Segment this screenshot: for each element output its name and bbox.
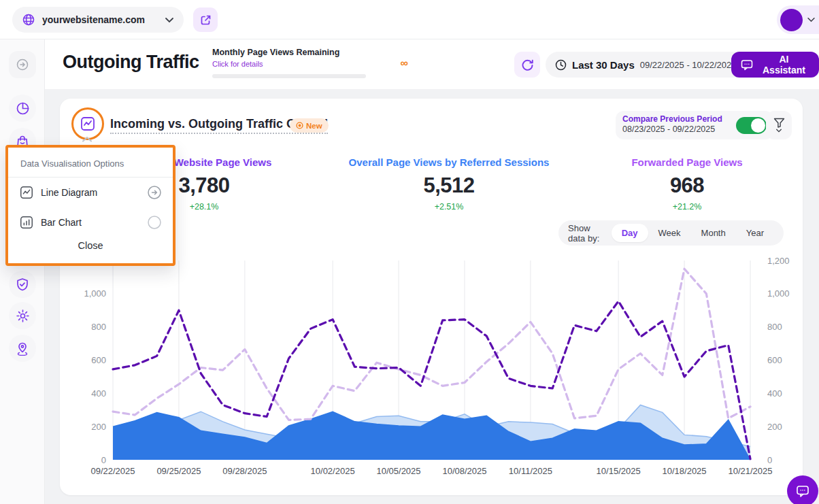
chart-svg: 09/22/202509/25/202509/28/202510/02/2025… — [60, 252, 803, 486]
refresh-button[interactable] — [514, 52, 540, 78]
svg-text:10/21/2025: 10/21/2025 — [728, 466, 772, 476]
metric-label: Forwarded Page Views — [599, 156, 775, 168]
infinity-icon: ∞ — [401, 57, 408, 69]
metric-value: 5,512 — [327, 173, 571, 198]
show-data-by-control: Show data by: Day Week Month Year — [558, 220, 784, 246]
svg-text:1,000: 1,000 — [767, 288, 790, 299]
monthly-quota-title: Monthly Page Views Remaining — [212, 48, 375, 57]
funnel-icon — [773, 118, 785, 128]
svg-text:0: 0 — [101, 455, 106, 465]
new-badge: New — [290, 118, 329, 133]
open-website-button[interactable] — [193, 7, 218, 32]
dot-icon — [296, 122, 303, 129]
avatar — [780, 9, 803, 31]
filter-button[interactable] — [766, 111, 792, 139]
compare-toggle[interactable] — [736, 117, 767, 134]
svg-text:200: 200 — [91, 422, 106, 432]
arrow-right-circle-icon — [16, 58, 29, 71]
svg-text:09/25/2025: 09/25/2025 — [156, 466, 201, 476]
chevron-down-icon — [775, 129, 782, 133]
metric-referred-sessions-page-views: Overall Page Views by Referred Sessions … — [327, 156, 571, 212]
radio-unselected-icon[interactable] — [147, 215, 162, 230]
bar-chart-icon — [19, 215, 34, 230]
segment-week[interactable]: Week — [648, 224, 691, 242]
svg-text:600: 600 — [767, 355, 782, 365]
new-badge-label: New — [306, 122, 322, 130]
option-label: Line Diagram — [41, 187, 97, 198]
svg-text:200: 200 — [767, 422, 782, 432]
metric-value: 968 — [599, 173, 775, 198]
date-range: 09/22/2025 - 10/22/2025 — [640, 60, 737, 70]
sidebar — [0, 39, 45, 504]
traffic-chart[interactable]: 09/22/202509/25/202509/28/202510/02/2025… — [60, 252, 803, 486]
svg-text:800: 800 — [91, 322, 106, 332]
chat-icon — [741, 59, 753, 71]
svg-text:400: 400 — [91, 388, 106, 399]
line-chart-icon — [80, 116, 96, 132]
chevron-up-icon — [82, 136, 93, 142]
segment-day[interactable]: Day — [612, 224, 648, 242]
option-bar-chart[interactable]: Bar Chart — [8, 207, 173, 237]
svg-text:400: 400 — [767, 388, 782, 399]
location-pin-icon — [16, 341, 29, 356]
arrow-right-circle-icon[interactable] — [147, 185, 162, 200]
svg-text:1,000: 1,000 — [84, 288, 106, 299]
ai-assistant-button[interactable]: AI Assistant — [731, 52, 819, 78]
shield-check-icon — [16, 278, 29, 292]
svg-text:10/08/2025: 10/08/2025 — [442, 466, 486, 476]
metric-label: Overall Page Views by Referred Sessions — [327, 156, 571, 168]
svg-text:800: 800 — [767, 322, 782, 332]
clock-icon — [555, 59, 567, 71]
chevron-down-icon — [165, 17, 174, 23]
svg-text:600: 600 — [91, 355, 106, 365]
gear-icon — [16, 309, 30, 323]
line-chart-icon — [19, 185, 34, 200]
popup-close-button[interactable]: Close — [78, 240, 103, 251]
chart-type-button[interactable] — [71, 107, 104, 140]
svg-text:10/15/2025: 10/15/2025 — [597, 466, 641, 476]
sidebar-collapse-button[interactable] — [9, 51, 36, 78]
segment-year[interactable]: Year — [736, 224, 774, 242]
metric-forwarded-page-views: Forwarded Page Views 968 +21.2% — [599, 156, 775, 212]
monthly-quota: Monthly Page Views Remaining Click for d… — [212, 48, 375, 78]
topbar: yourwebsitename.com — [0, 0, 819, 39]
svg-text:1,200: 1,200 — [767, 256, 790, 266]
svg-text:09/28/2025: 09/28/2025 — [222, 466, 267, 476]
page-title: Outgoing Traffic — [63, 52, 199, 73]
globe-icon — [22, 13, 35, 27]
toggle-knob — [751, 118, 765, 133]
option-label: Bar Chart — [41, 217, 82, 228]
svg-text:10/11/2025: 10/11/2025 — [509, 466, 552, 476]
svg-text:09/22/2025: 09/22/2025 — [90, 466, 135, 476]
date-range-selector[interactable]: Last 30 Days 09/22/2025 - 10/22/2025 — [546, 52, 758, 78]
option-line-diagram[interactable]: Line Diagram — [8, 178, 173, 207]
refresh-icon — [521, 58, 534, 71]
svg-text:10/02/2025: 10/02/2025 — [311, 466, 355, 476]
sidebar-item-analytics[interactable] — [9, 95, 36, 122]
svg-text:0: 0 — [767, 455, 772, 465]
segment-month[interactable]: Month — [691, 224, 736, 242]
popup-title: Data Visualisation Options — [8, 148, 173, 177]
sidebar-item-locations[interactable] — [9, 335, 36, 362]
quota-details-link[interactable]: Click for details — [212, 60, 263, 68]
external-link-icon — [200, 14, 212, 26]
date-preset: Last 30 Days — [572, 59, 635, 71]
show-data-by-label: Show data by: — [568, 223, 605, 243]
sidebar-item-security[interactable] — [9, 271, 36, 298]
metric-change: +2.51% — [327, 202, 571, 212]
page-header: Outgoing Traffic Monthly Page Views Rema… — [45, 39, 819, 89]
data-visualisation-popup: Data Visualisation Options Line Diagram … — [5, 145, 176, 266]
compare-previous-period: Compare Previous Period 08/23/2025 - 09/… — [616, 111, 773, 139]
metric-change: +21.2% — [599, 202, 775, 212]
chevron-down-icon — [807, 17, 816, 22]
website-selector[interactable]: yourwebsitename.com — [12, 7, 184, 33]
sidebar-item-settings[interactable] — [9, 302, 36, 329]
svg-text:10/05/2025: 10/05/2025 — [376, 466, 420, 476]
ai-assistant-label: AI Assistant — [758, 54, 809, 75]
chat-fab[interactable] — [787, 475, 818, 504]
user-menu[interactable] — [777, 5, 819, 34]
svg-text:10/18/2025: 10/18/2025 — [663, 466, 707, 476]
quota-progress-bar — [212, 74, 366, 78]
pie-chart-icon — [16, 101, 30, 116]
website-name: yourwebsitename.com — [42, 14, 145, 25]
